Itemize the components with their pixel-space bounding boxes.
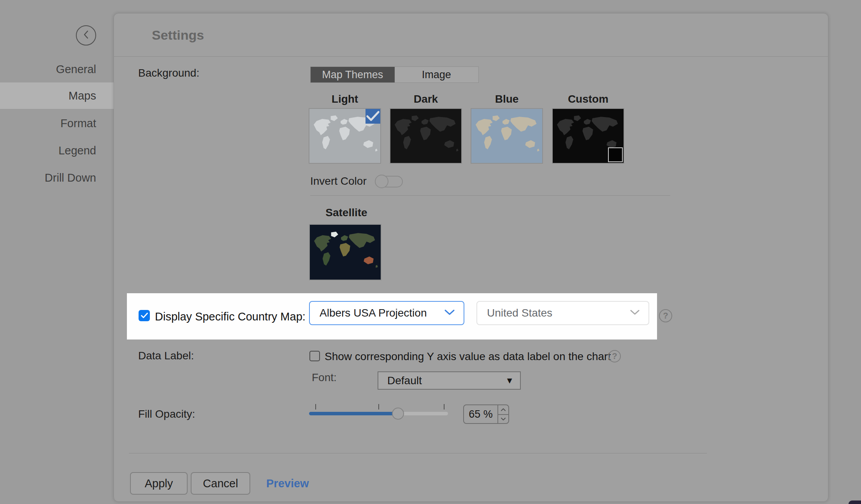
show-y-axis-checkbox[interactable] [309, 351, 320, 361]
background-label: Background: [138, 66, 199, 80]
select-arrow-icon: ▼ [505, 376, 514, 386]
theme-thumb-dark[interactable] [390, 108, 462, 164]
data-label-label: Data Label: [138, 349, 194, 363]
help-icon[interactable]: ? [659, 309, 672, 322]
tab-map-themes[interactable]: Map Themes [311, 67, 395, 82]
theme-label-dark: Dark [390, 93, 462, 105]
theme-selected-flag [365, 109, 380, 124]
projection-value: Albers USA Projection [310, 307, 427, 319]
fill-opacity-slider[interactable] [309, 401, 448, 420]
country-dropdown[interactable]: United States [476, 301, 649, 325]
country-map-highlight-row: Display Specific Country Map: Albers USA… [127, 293, 657, 340]
theme-thumb-custom[interactable] [552, 108, 624, 164]
slider-track[interactable] [309, 412, 448, 415]
satellite-label: Satellite [310, 206, 383, 220]
cancel-button[interactable]: Cancel [191, 472, 250, 495]
country-value: United States [477, 307, 552, 319]
spinner-down-button[interactable] [498, 414, 508, 423]
settings-screen: General Maps Format Legend Drill Down Se… [0, 0, 861, 504]
spinner-up-button[interactable] [498, 405, 508, 414]
background-tabs: Map Themes Image [310, 66, 479, 83]
help-icon[interactable]: ? [608, 350, 621, 362]
page-title: Settings [152, 14, 204, 57]
theme-label-light: Light [309, 93, 381, 105]
toggle-knob [375, 175, 388, 188]
check-icon [365, 109, 380, 124]
invert-color-label: Invert Color [310, 174, 367, 188]
slider-tick [444, 404, 445, 410]
theme-label-blue: Blue [471, 93, 543, 105]
chevron-up-icon [501, 408, 506, 411]
sidebar-item-format[interactable]: Format [0, 116, 114, 130]
font-label: Font: [312, 371, 337, 385]
slider-tick [315, 404, 316, 410]
display-country-map-checkbox[interactable] [139, 310, 150, 321]
chevron-left-icon [83, 30, 89, 41]
font-select[interactable]: Default ▼ [378, 371, 521, 390]
back-button[interactable] [76, 25, 96, 46]
chevron-down-icon [444, 309, 455, 317]
projection-dropdown[interactable]: Albers USA Projection [309, 301, 464, 325]
invert-color-toggle[interactable] [375, 176, 403, 187]
section-divider [310, 195, 670, 196]
chevron-down-icon [630, 310, 640, 317]
custom-color-swatch[interactable] [608, 147, 623, 162]
sidebar-item-maps[interactable]: Maps [0, 82, 114, 109]
theme-thumb-satellite[interactable] [309, 224, 381, 280]
theme-label-custom: Custom [552, 93, 624, 105]
display-country-map-label: Display Specific Country Map: [155, 309, 306, 324]
spinner-arrows [497, 405, 508, 423]
apply-button[interactable]: Apply [130, 472, 188, 495]
chevron-down-icon [501, 417, 506, 421]
opacity-slider-fill [309, 412, 398, 415]
sidebar: General Maps Format Legend Drill Down [0, 0, 114, 504]
footer-divider [129, 453, 707, 453]
theme-thumb-blue[interactable] [471, 108, 543, 164]
panel-header: Settings [114, 14, 828, 57]
sidebar-item-legend[interactable]: Legend [0, 144, 114, 158]
background-app-corner [849, 500, 861, 504]
check-icon [141, 312, 148, 319]
font-value: Default [378, 374, 422, 387]
sidebar-item-general[interactable]: General [0, 62, 114, 76]
fill-opacity-label: Fill Opacity: [138, 407, 195, 421]
tab-image[interactable]: Image [395, 67, 479, 82]
sidebar-item-drilldown[interactable]: Drill Down [0, 171, 114, 185]
settings-panel: Settings Background: Map Themes Image Li… [114, 13, 828, 502]
opacity-slider-knob[interactable] [392, 408, 404, 420]
theme-thumb-light[interactable] [309, 108, 381, 164]
show-y-axis-label: Show corresponding Y axis value as data … [325, 350, 611, 364]
slider-tick [378, 404, 379, 410]
preview-link[interactable]: Preview [266, 476, 309, 490]
fill-opacity-value[interactable]: 65 % [464, 405, 497, 423]
fill-opacity-spinner: 65 % [463, 404, 509, 424]
